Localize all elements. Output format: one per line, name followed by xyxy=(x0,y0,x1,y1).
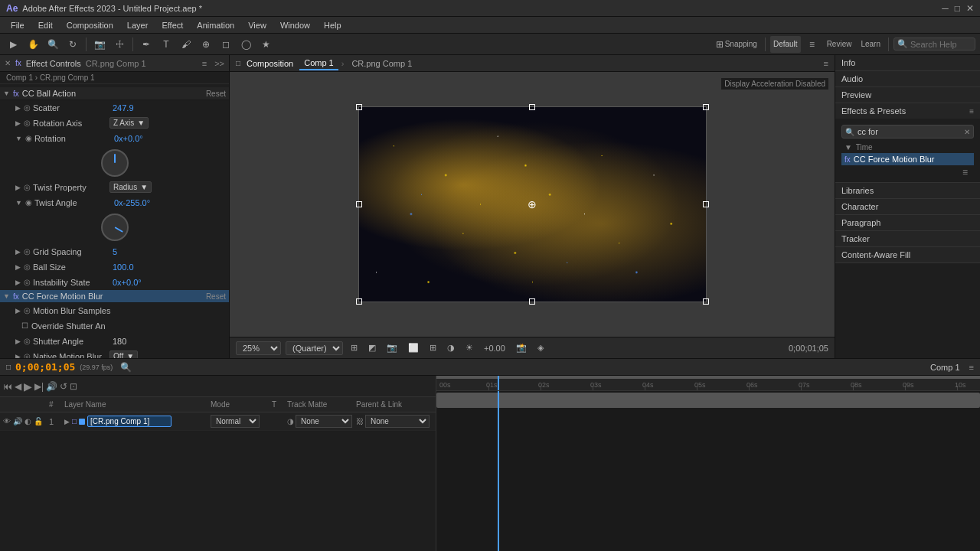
comp1-tab[interactable]: Comp 1 xyxy=(299,57,338,70)
maximize-button[interactable]: □ xyxy=(955,3,960,14)
grid-spacing-expand[interactable]: ▶ xyxy=(15,248,21,256)
content-aware-header[interactable]: Content-Aware Fill xyxy=(835,247,980,262)
layer-expand-icon[interactable]: ▶ xyxy=(64,418,70,425)
shutter-angle-value[interactable]: 180 xyxy=(113,337,126,346)
menu-help[interactable]: Help xyxy=(318,19,348,31)
menu-effect[interactable]: Effect xyxy=(155,19,189,31)
show-snapshot-btn[interactable]: ◈ xyxy=(534,341,547,354)
twist-property-expand[interactable]: ▶ xyxy=(15,184,21,191)
menu-view[interactable]: View xyxy=(242,19,273,31)
crpng-tab[interactable]: CR.png Comp 1 xyxy=(347,57,416,70)
transport-audio-toggle[interactable]: 🔊 xyxy=(46,381,57,392)
comp-panel-menu[interactable]: ≡ xyxy=(824,59,828,68)
type-tool[interactable]: T xyxy=(158,36,175,53)
twist-angle-expand[interactable]: ▼ xyxy=(15,199,22,207)
close-button[interactable]: ✕ xyxy=(966,3,974,14)
stamp-tool[interactable]: ⊕ xyxy=(198,36,214,53)
effects-menu-icon[interactable]: ≡ xyxy=(969,107,974,116)
layer-mode-select[interactable]: Normal xyxy=(211,415,260,428)
override-checkbox[interactable]: ☐ xyxy=(21,321,28,330)
cc-force-header[interactable]: ▼ fx CC Force Motion Blur Reset xyxy=(0,290,229,303)
transparency-btn[interactable]: ◩ xyxy=(365,341,379,354)
minimize-button[interactable]: ─ xyxy=(942,3,949,14)
pan-tool[interactable]: ☩ xyxy=(111,36,128,53)
layer-matte-select[interactable]: None xyxy=(296,415,352,428)
native-blur-dropdown[interactable]: Off ▼ xyxy=(109,350,138,358)
transport-next-frame[interactable]: ▶| xyxy=(34,381,44,392)
rotation-expand[interactable]: ▼ xyxy=(15,135,22,142)
review-mode[interactable]: Review xyxy=(824,36,855,53)
learn-mode[interactable]: Learn xyxy=(858,36,884,53)
effects-presets-header[interactable]: Effects & Presets ≡ xyxy=(835,103,980,119)
audio-header[interactable]: Audio xyxy=(835,71,980,86)
region-of-interest-btn[interactable]: ⊞ xyxy=(348,341,361,354)
snapping-toggle[interactable]: ⊞ Snapping xyxy=(713,36,760,53)
snapshot-btn[interactable]: 📸 xyxy=(513,341,530,354)
ball-size-expand[interactable]: ▶ xyxy=(15,263,21,271)
menu-composition[interactable]: Composition xyxy=(60,19,119,31)
shutter-expand[interactable]: ▶ xyxy=(15,337,21,345)
handle-top-mid[interactable] xyxy=(529,104,535,110)
active-cam-btn[interactable]: 📷 xyxy=(384,341,400,354)
time-expand[interactable]: ▼ xyxy=(844,143,852,152)
menu-window[interactable]: Window xyxy=(274,19,316,31)
composition-viewer[interactable]: Display Acceleration Disabled ⊕ xyxy=(230,72,835,337)
layer-track-bar[interactable] xyxy=(436,393,980,408)
rotation-axis-dropdown[interactable]: Z Axis ▼ xyxy=(109,117,149,129)
pen-tool[interactable]: ✒ xyxy=(138,36,155,53)
cc-force-expand[interactable]: ▼ xyxy=(3,292,10,300)
rotation-value[interactable]: 0x+0.0° xyxy=(114,134,143,143)
libraries-header[interactable]: Libraries xyxy=(835,183,980,198)
panel-expand-icon[interactable]: >> xyxy=(214,59,224,68)
handle-bottom-right[interactable] xyxy=(703,298,709,305)
effects-search-clear[interactable]: ✕ xyxy=(964,128,970,136)
cc-force-reset-button[interactable]: Reset xyxy=(206,292,226,301)
cc-ball-action-header[interactable]: ▼ fx CC Ball Action Reset xyxy=(0,87,229,100)
menu-layer[interactable]: Layer xyxy=(121,19,155,31)
transport-loop[interactable]: ↺ xyxy=(60,381,67,392)
twist-dial[interactable] xyxy=(101,214,129,241)
brush-tool[interactable]: 🖌 xyxy=(178,36,194,53)
scatter-value[interactable]: 247.9 xyxy=(113,103,134,112)
zoom-select[interactable]: 25% 50% 100% xyxy=(236,341,281,355)
search-help-input[interactable] xyxy=(910,40,972,49)
effects-options-icon[interactable]: ≡ xyxy=(962,167,968,178)
layer-solo-icon[interactable]: ◐ xyxy=(24,417,31,425)
layer-name-input[interactable] xyxy=(87,416,172,427)
instability-expand[interactable]: ▶ xyxy=(15,279,21,286)
playhead[interactable] xyxy=(498,376,499,390)
info-header[interactable]: Info xyxy=(835,55,980,70)
effects-search-input[interactable] xyxy=(858,127,961,136)
color-channels-btn[interactable]: ◑ xyxy=(444,341,458,354)
transport-to-start[interactable]: ⏮ xyxy=(3,381,12,392)
timeline-menu-icon[interactable]: ≡ xyxy=(969,363,974,372)
exposure-btn[interactable]: ☀ xyxy=(462,341,476,354)
layer-visibility-icon[interactable]: 👁 xyxy=(3,417,11,425)
motion-blur-expand[interactable]: ▶ xyxy=(15,307,21,315)
hand-tool[interactable]: ✋ xyxy=(24,36,41,53)
timeline-timecode[interactable]: 0;00;01;05 xyxy=(15,361,75,373)
quality-select[interactable]: (Quarter) (Half) (Full) xyxy=(286,341,343,355)
layer-parent-select[interactable]: None xyxy=(365,415,430,428)
handle-mid-left[interactable] xyxy=(356,201,362,207)
preview-header[interactable]: Preview xyxy=(835,87,980,103)
scatter-expand[interactable]: ▶ xyxy=(15,104,21,112)
tracker-header[interactable]: Tracker xyxy=(835,231,980,246)
cc-force-effect-item[interactable]: fx CC Force Motion Blur xyxy=(841,153,974,165)
panel-close-icon[interactable]: ✕ xyxy=(5,59,11,67)
camera-tool[interactable]: 📷 xyxy=(91,36,108,53)
grid-spacing-value[interactable]: 5 xyxy=(113,247,117,256)
layer-audio-icon[interactable]: 🔊 xyxy=(13,417,22,425)
workspace-default[interactable]: Default xyxy=(770,36,801,53)
puppet-tool[interactable]: ★ xyxy=(257,36,274,53)
paragraph-header[interactable]: Paragraph xyxy=(835,215,980,230)
work-area-bar[interactable] xyxy=(436,376,980,379)
native-blur-expand[interactable]: ▶ xyxy=(15,353,21,359)
rotation-axis-expand[interactable]: ▶ xyxy=(15,119,21,127)
timeline-search-icon[interactable]: 🔍 xyxy=(120,362,132,373)
eraser-tool[interactable]: ◻ xyxy=(217,36,234,53)
character-header[interactable]: Character xyxy=(835,199,980,214)
layer-lock-icon[interactable]: 🔓 xyxy=(34,417,43,425)
handle-mid-right[interactable] xyxy=(703,201,709,207)
grid-btn[interactable]: ⊞ xyxy=(426,341,439,354)
